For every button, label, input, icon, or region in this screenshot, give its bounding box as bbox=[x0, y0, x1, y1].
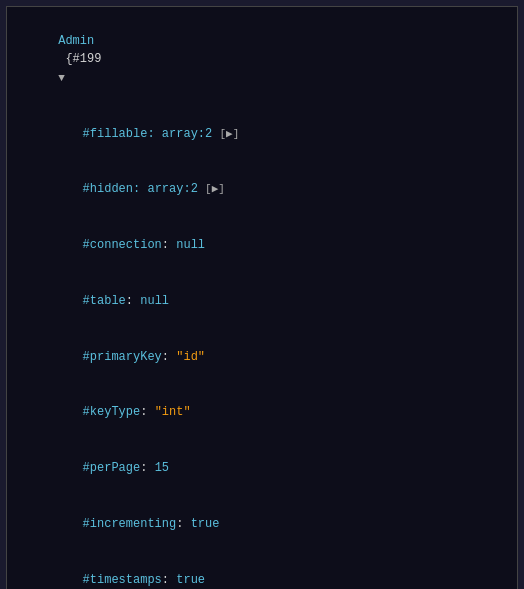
table-key: #table bbox=[83, 294, 126, 308]
timestamps-colon: : bbox=[162, 573, 176, 587]
primarykey-val: "id" bbox=[176, 350, 205, 364]
perpage-val: 15 bbox=[155, 461, 169, 475]
primarykey-key: #primaryKey bbox=[83, 350, 162, 364]
connection-val: null bbox=[176, 238, 205, 252]
fillable-colon: : bbox=[147, 127, 161, 141]
fillable-line: #fillable: array:2 [▶] bbox=[25, 106, 509, 162]
admin-panel: Admin {#199 ▼ #fillable: array:2 [▶] #hi… bbox=[6, 6, 518, 589]
hidden-key: #hidden bbox=[83, 182, 133, 196]
connection-line: #connection: null bbox=[25, 218, 509, 274]
table-val: null bbox=[140, 294, 169, 308]
timestamps-val: true bbox=[176, 573, 205, 587]
connection-key: #connection bbox=[83, 238, 162, 252]
admin-expand-icon[interactable]: ▼ bbox=[58, 72, 65, 84]
hidden-colon: : bbox=[133, 182, 147, 196]
perpage-key: #perPage bbox=[83, 461, 141, 475]
incrementing-colon: : bbox=[176, 517, 190, 531]
incrementing-line: #incrementing: true bbox=[25, 496, 509, 552]
perpage-line: #perPage: 15 bbox=[25, 441, 509, 497]
primarykey-line: #primaryKey: "id" bbox=[25, 329, 509, 385]
perpage-colon: : bbox=[140, 461, 154, 475]
fillable-expand[interactable]: [▶] bbox=[219, 128, 239, 140]
keytype-val: "int" bbox=[155, 405, 191, 419]
admin-label: Admin bbox=[58, 34, 94, 48]
primarykey-colon: : bbox=[162, 350, 176, 364]
fillable-val: array:2 bbox=[162, 127, 220, 141]
table-line: #table: null bbox=[25, 273, 509, 329]
admin-title-line: Admin {#199 ▼ bbox=[15, 13, 509, 106]
connection-colon: : bbox=[162, 238, 176, 252]
hidden-val: array:2 bbox=[147, 182, 205, 196]
incrementing-key: #incrementing bbox=[83, 517, 177, 531]
keytype-colon: : bbox=[140, 405, 154, 419]
keytype-key: #keyType bbox=[83, 405, 141, 419]
hidden-expand[interactable]: [▶] bbox=[205, 183, 225, 195]
table-colon: : bbox=[126, 294, 140, 308]
incrementing-val: true bbox=[191, 517, 220, 531]
keytype-line: #keyType: "int" bbox=[25, 385, 509, 441]
hidden-line: #hidden: array:2 [▶] bbox=[25, 162, 509, 218]
timestamps-key: #timestamps bbox=[83, 573, 162, 587]
admin-badge: {#199 bbox=[58, 52, 108, 66]
timestamps-line: #timestamps: true bbox=[25, 552, 509, 589]
admin-fields: #fillable: array:2 [▶] #hidden: array:2 … bbox=[15, 106, 509, 589]
main-container: Admin {#199 ▼ #fillable: array:2 [▶] #hi… bbox=[0, 6, 524, 589]
fillable-key: #fillable bbox=[83, 127, 148, 141]
